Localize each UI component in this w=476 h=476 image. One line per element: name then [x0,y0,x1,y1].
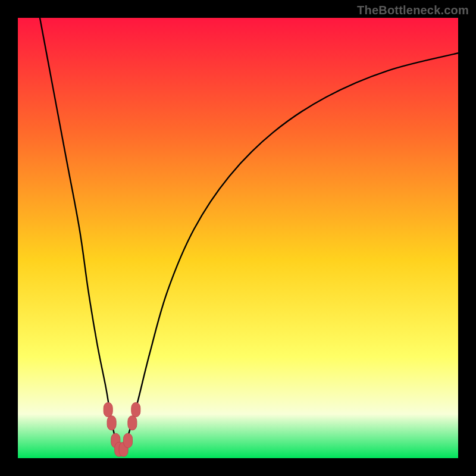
marker-point [124,433,133,447]
marker-point [131,403,140,417]
chart-frame: TheBottleneck.com [0,0,476,476]
marker-point [119,442,128,456]
plot-area [18,18,458,458]
bottleneck-curve [40,18,458,451]
marker-point [104,403,112,417]
watermark-text: TheBottleneck.com [357,4,469,17]
highlighted-points [104,403,140,457]
gradient-background [18,18,458,458]
bottleneck-chart [18,18,458,458]
marker-point [128,416,137,430]
marker-point [111,433,120,447]
marker-point [115,442,124,456]
marker-point [107,416,116,430]
